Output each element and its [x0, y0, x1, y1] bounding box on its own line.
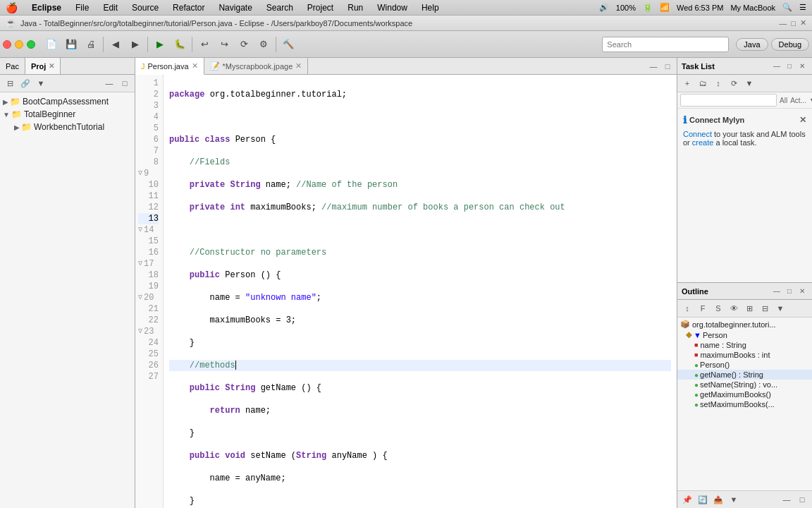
outline-item-constructor[interactable]: ● Person() — [677, 360, 812, 370]
menu-file[interactable]: File — [73, 3, 92, 13]
prev-edit-btn[interactable]: ◀ — [106, 35, 125, 54]
apple-logo[interactable]: 🍎 — [6, 2, 18, 13]
menu-window[interactable]: Window — [374, 3, 410, 13]
menu-project[interactable]: Project — [304, 3, 336, 13]
editor-tab-person[interactable]: J Person.java ✕ — [135, 58, 204, 75]
task-minimize-btn[interactable]: — — [771, 61, 782, 72]
save-button[interactable]: 💾 — [62, 35, 80, 54]
menu-eclipse[interactable]: Eclipse — [29, 3, 64, 13]
act-filter-label[interactable]: Act... — [790, 97, 806, 104]
perspective-btns: Java Debug — [736, 38, 809, 51]
debug-btn[interactable]: 🐛 — [171, 35, 189, 54]
outline-item-setmaxbooks[interactable]: ● setMaximumBooks(... — [677, 399, 812, 409]
outline-package-label: org.totalbeginner.tutori... — [692, 320, 776, 329]
outline-hide-fields-btn[interactable]: F — [696, 301, 710, 315]
editor-tab-scrapbook[interactable]: 📝 *Myscrapbook.jpage ✕ — [204, 58, 309, 74]
tree-item-bootcamp[interactable]: ▶ 📁 BootCampAssessment — [0, 95, 135, 108]
outline-bottom-btn4[interactable]: ▼ — [727, 492, 741, 507]
collapse-all-btn[interactable]: ⊟ — [3, 76, 17, 90]
outline-hide-nonpub-btn[interactable]: 👁 — [727, 301, 741, 315]
toolbar-btn-7[interactable]: ⚙ — [254, 35, 273, 54]
outline-expand-btn[interactable]: ⊞ — [742, 301, 756, 315]
sync-btn[interactable]: ⟳ — [727, 76, 741, 90]
sort-btn[interactable]: ↕ — [711, 76, 725, 90]
outline-bottom-btn2[interactable]: 🔄 — [696, 492, 710, 507]
tab-close-scrapbook[interactable]: ✕ — [295, 61, 302, 71]
outline-item-name-field[interactable]: ■ name : String — [677, 340, 812, 350]
menu-search[interactable]: Search — [264, 3, 296, 13]
task-filter-input[interactable] — [680, 94, 777, 107]
minimize-sidebar-btn[interactable]: — — [102, 76, 116, 90]
build-btn[interactable]: 🔨 — [279, 35, 297, 54]
run-btn[interactable]: ▶ — [151, 35, 169, 54]
menu-edit[interactable]: Edit — [100, 3, 121, 13]
line-num-15: 15 — [138, 236, 159, 247]
outline-item-getmaxbooks[interactable]: ● getMaximumBooks() — [677, 389, 812, 399]
tree-item-workbench[interactable]: ▶ 📁 WorkbenchTutorial — [0, 121, 135, 133]
mylyn-close-btn[interactable]: ✕ — [799, 115, 806, 125]
menu-refactor[interactable]: Refactor — [170, 3, 207, 13]
editor-minimize-btn[interactable]: — — [647, 60, 660, 73]
filter-dropdown-arrow[interactable]: ▼ — [809, 97, 812, 104]
close-button[interactable] — [3, 40, 11, 49]
sidebar-menu-btn[interactable]: ▼ — [34, 76, 48, 90]
print-button[interactable]: 🖨 — [82, 35, 100, 54]
minimize-button[interactable] — [15, 40, 23, 49]
link-editor-btn[interactable]: 🔗 — [18, 76, 32, 90]
outline-hide-static-btn[interactable]: S — [711, 301, 725, 315]
outline-item-getname[interactable]: ● getName() : String — [677, 370, 812, 380]
code-content[interactable]: package org.totalbeginner.tutorial; publ… — [164, 75, 677, 508]
maximize-btn[interactable]: □ — [791, 19, 796, 28]
spotlight-icon[interactable]: 🔍 — [782, 3, 792, 12]
outline-collapse-btn[interactable]: ⊟ — [758, 301, 772, 315]
toolbar-search-input[interactable] — [602, 37, 729, 52]
create-link[interactable]: create — [692, 138, 714, 147]
package-outline-icon: 📦 — [680, 320, 690, 329]
menu-help[interactable]: Help — [419, 3, 442, 13]
outline-item-maxbooks-field[interactable]: ■ maximumBooks : int — [677, 350, 812, 360]
menu-navigate[interactable]: Navigate — [216, 3, 254, 13]
sidebar-tab-project[interactable]: Proj ✕ — [25, 58, 61, 74]
project-explorer-close[interactable]: ✕ — [49, 62, 54, 70]
maximize-sidebar-btn[interactable]: □ — [118, 76, 132, 90]
connect-mylyn-header: ℹ Connect Mylyn ✕ — [683, 114, 806, 126]
outline-minimize-btn[interactable]: — — [771, 286, 782, 297]
menu-source[interactable]: Source — [129, 3, 161, 13]
notification-icon[interactable]: ☰ — [799, 3, 806, 12]
connect-link[interactable]: Connect — [683, 130, 712, 138]
outline-maximize-btn[interactable]: □ — [784, 286, 795, 297]
outline-item-setname[interactable]: ● setName(String) : vo... — [677, 380, 812, 389]
all-filter-label[interactable]: All — [780, 97, 787, 104]
toolbar-btn-4[interactable]: ↩ — [195, 35, 214, 54]
outline-item-person-class[interactable]: ◆ ▼ Person — [677, 329, 812, 340]
new-task-btn[interactable]: + — [680, 76, 694, 90]
outline-bottom-btn1[interactable]: 📌 — [680, 492, 694, 507]
line-num-25: 25 — [138, 349, 159, 360]
outline-sort-btn[interactable]: ↕ — [680, 301, 694, 315]
debug-perspective[interactable]: Debug — [771, 38, 809, 51]
task-maximize-btn[interactable]: □ — [784, 61, 795, 72]
close-btn[interactable]: ✕ — [800, 18, 806, 28]
tree-item-totalbeginner[interactable]: ▼ 📁 TotalBeginner — [0, 108, 135, 121]
outline-close-btn[interactable]: ✕ — [796, 286, 808, 297]
categorize-btn[interactable]: 🗂 — [696, 76, 710, 90]
toolbar-btn-6[interactable]: ⟳ — [235, 35, 253, 54]
sidebar-tab-package[interactable]: Pac — [0, 58, 25, 74]
code-editor[interactable]: 1 2 3 4 5 6 7 8 ▽9 10 11 12 13 ▽14 15 16 — [135, 75, 677, 508]
outline-item-package[interactable]: 📦 org.totalbeginner.tutori... — [677, 319, 812, 329]
minimize-btn[interactable]: — — [779, 19, 787, 28]
next-edit-btn[interactable]: ▶ — [126, 35, 144, 54]
outline-bottom-btn3[interactable]: 📤 — [711, 492, 725, 507]
tab-close-person[interactable]: ✕ — [192, 61, 198, 71]
editor-maximize-btn[interactable]: □ — [661, 60, 674, 73]
task-close-btn[interactable]: ✕ — [796, 61, 808, 72]
java-perspective[interactable]: Java — [736, 38, 768, 51]
menu-run[interactable]: Run — [345, 3, 366, 13]
zoom-button[interactable] — [27, 40, 35, 49]
outline-bottom-max[interactable]: □ — [795, 492, 809, 507]
outline-bottom-min[interactable]: — — [780, 492, 794, 507]
toolbar-btn-5[interactable]: ↪ — [215, 35, 233, 54]
new-button[interactable]: 📄 — [42, 35, 61, 54]
outline-menu-btn[interactable]: ▼ — [773, 301, 787, 315]
task-menu-btn[interactable]: ▼ — [742, 76, 756, 90]
